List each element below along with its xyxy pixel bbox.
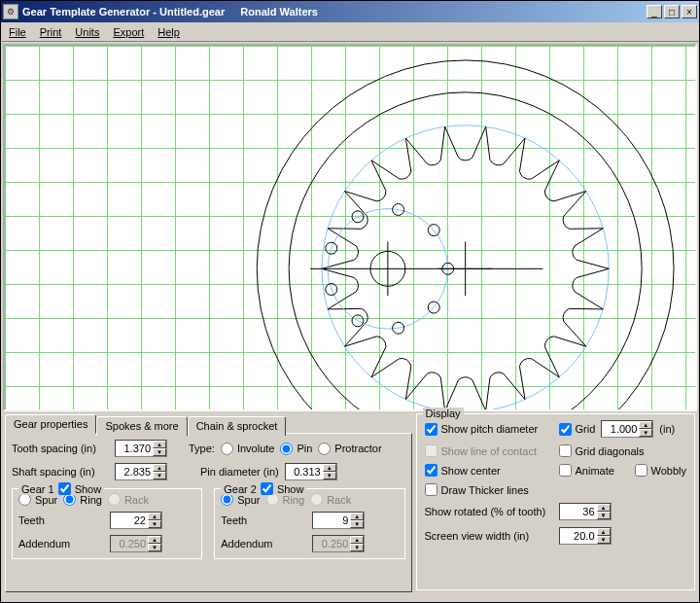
menu-file[interactable]: File [9, 26, 26, 38]
gear2-addendum-field: ▲▼ [312, 535, 365, 552]
menu-export[interactable]: Export [113, 26, 144, 38]
gear2-addendum-label: Addendum [221, 538, 306, 550]
window-user: Ronald Walters [240, 6, 318, 18]
tab-chain[interactable]: Chain & sprocket [188, 416, 287, 436]
show-pitch-check[interactable]: Show pitch diameter [425, 423, 553, 436]
grid-diagonals-check[interactable]: Grid diagonals [559, 444, 645, 457]
grid-check[interactable]: Grid [559, 423, 596, 436]
maximize-button[interactable]: □ [664, 5, 680, 18]
gear1-addendum-field: ▲▼ [110, 535, 162, 552]
type-protractor-radio[interactable]: Protractor [318, 443, 381, 455]
screen-width-field[interactable]: ▲▼ [559, 527, 612, 545]
tooth-spacing-field[interactable]: ▲▼ [115, 440, 167, 457]
menubar: File Print Units Export Help [1, 22, 699, 42]
display-legend: Display [423, 408, 464, 419]
gear2-teeth-label: Teeth [221, 514, 306, 526]
svg-point-0 [257, 60, 674, 411]
app-icon: ⚙ [3, 4, 18, 19]
titlebar: ⚙ Gear Template Generator - Untitled.gea… [1, 1, 699, 22]
tab-gear-properties[interactable]: Gear properties [5, 414, 96, 434]
menu-units[interactable]: Units [75, 26, 99, 38]
gear1-teeth-field[interactable]: ▲▼ [110, 512, 162, 529]
gear1-legend: Gear 1 [21, 483, 54, 495]
gear1-rack-radio: Rack [108, 493, 149, 506]
minimize-button[interactable]: _ [647, 5, 662, 18]
gear1-addendum-label: Addendum [18, 538, 104, 550]
pin-diameter-label: Pin diameter (in) [200, 466, 279, 478]
gear2-legend: Gear 2 [224, 483, 257, 495]
tooth-spacing-label: Tooth spacing (in) [12, 443, 109, 454]
close-button[interactable]: × [682, 5, 697, 18]
rotated-label: Show rotated (% of tooth) [425, 506, 553, 517]
gear2-show-check[interactable]: Show [261, 482, 304, 495]
tab-spokes[interactable]: Spokes & more [96, 416, 187, 436]
gear2-group: Gear 2 Show Spur Ring Rack Teeth ▲▼ Adde… [214, 488, 404, 559]
gear2-rack-radio: Rack [310, 493, 351, 506]
gear1-teeth-label: Teeth [18, 514, 104, 526]
rotated-field[interactable]: ▲▼ [559, 503, 612, 520]
pin-diameter-field[interactable]: ▲▼ [285, 463, 337, 480]
shaft-spacing-label: Shaft spacing (in) [12, 466, 109, 478]
thicker-lines-check[interactable]: Draw Thicker lines [425, 483, 529, 496]
gear1-group: Gear 1 Show Spur Ring Rack Teeth ▲▼ Adde… [12, 488, 202, 559]
show-contact-check: Show line of contact [425, 444, 553, 457]
gear2-teeth-field[interactable]: ▲▼ [312, 512, 365, 529]
grid-size-field[interactable]: ▲▼ [601, 420, 653, 438]
type-pin-radio[interactable]: Pin [280, 443, 312, 455]
type-label: Type: [189, 443, 215, 454]
type-involute-radio[interactable]: Involute [221, 443, 275, 455]
gear1-show-check[interactable]: Show [58, 482, 102, 495]
gear-drawing [5, 46, 695, 411]
shaft-spacing-field[interactable]: ▲▼ [115, 463, 167, 480]
animate-check[interactable]: Animate [559, 464, 629, 477]
show-center-check[interactable]: Show center [425, 464, 553, 477]
menu-print[interactable]: Print [40, 26, 62, 38]
tab-body: Tooth spacing (in) ▲▼ Type: Involute Pin… [5, 433, 412, 592]
window-title: Gear Template Generator - Untitled.gear [22, 6, 225, 18]
grid-unit-label: (in) [659, 423, 675, 435]
display-group: Display Show pitch diameter Grid ▲▼ (in)… [416, 413, 695, 590]
tabs: Gear properties Spokes & more Chain & sp… [5, 414, 412, 434]
menu-help[interactable]: Help [158, 26, 180, 38]
gear-canvas[interactable] [3, 44, 697, 411]
wobbly-check[interactable]: Wobbly [635, 464, 686, 477]
screen-width-label: Screen view width (in) [425, 530, 553, 542]
